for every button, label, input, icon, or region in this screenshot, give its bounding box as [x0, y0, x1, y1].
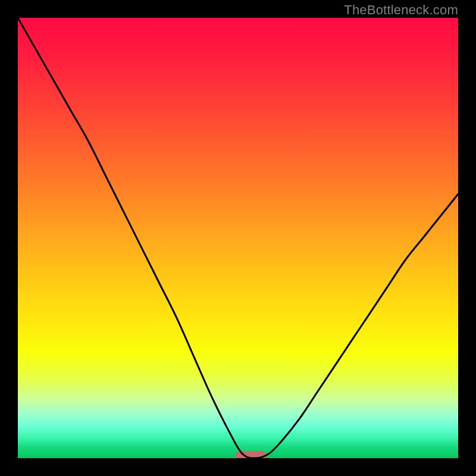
chart-frame: TheBottleneck.com: [0, 0, 476, 476]
attribution-text: TheBottleneck.com: [344, 2, 458, 18]
plot-area: [18, 18, 458, 458]
bottleneck-curve: [18, 18, 458, 458]
curve-path: [18, 18, 458, 458]
